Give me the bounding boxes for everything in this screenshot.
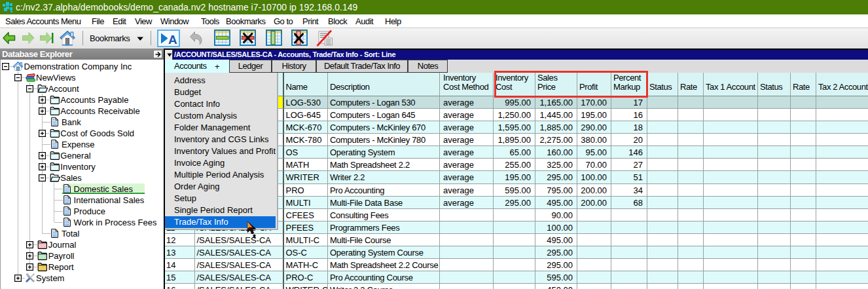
svg-text:A: A [168, 33, 177, 47]
